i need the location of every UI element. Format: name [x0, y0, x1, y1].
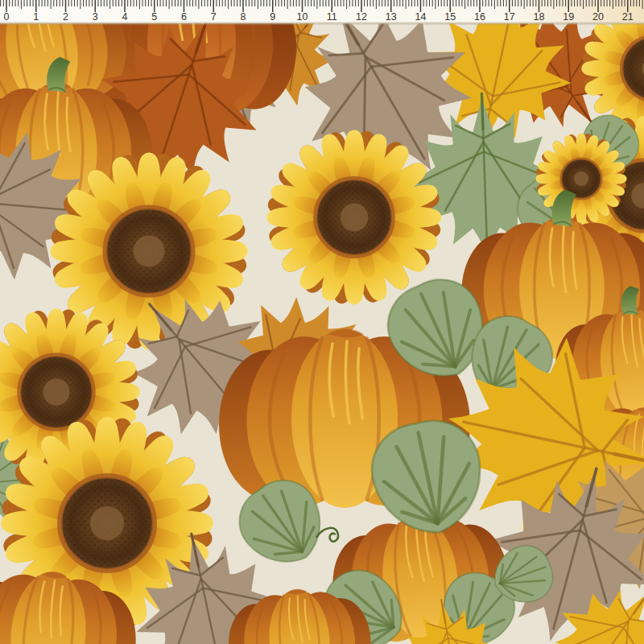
ruler-number: 14 [415, 11, 427, 23]
ruler-number: 7 [211, 11, 217, 23]
ruler-number: 10 [297, 11, 308, 23]
ruler-number: 2 [63, 11, 68, 23]
ruler: 0123456789101112131415161718192021 [0, 0, 644, 25]
ruler-number: 12 [356, 11, 367, 23]
ruler-number: 11 [327, 11, 337, 23]
ruler-number: 17 [504, 11, 515, 23]
ruler-shadow [0, 23, 644, 25]
fabric-area [0, 0, 644, 644]
ruler-number: 0 [4, 11, 10, 23]
ruler-number: 5 [151, 11, 157, 23]
ruler-number: 3 [93, 11, 98, 23]
ruler-number: 6 [181, 11, 187, 23]
ruler-number: 15 [444, 11, 456, 23]
ruler-number: 1 [33, 11, 39, 23]
ruler-number: 9 [270, 11, 275, 23]
ruler-number: 18 [534, 11, 545, 23]
ruler-number: 13 [386, 11, 397, 23]
ruler-number: 8 [241, 11, 246, 23]
ruler-number: 4 [122, 11, 128, 23]
ruler-number: 20 [592, 11, 604, 23]
ruler-number: 21 [622, 11, 634, 23]
fabric-swatch-photo: 0123456789101112131415161718192021 [0, 0, 644, 644]
ruler-number: 19 [563, 11, 574, 23]
ruler-number: 16 [474, 11, 485, 23]
fabric-print-canvas: 0123456789101112131415161718192021 [0, 0, 644, 644]
